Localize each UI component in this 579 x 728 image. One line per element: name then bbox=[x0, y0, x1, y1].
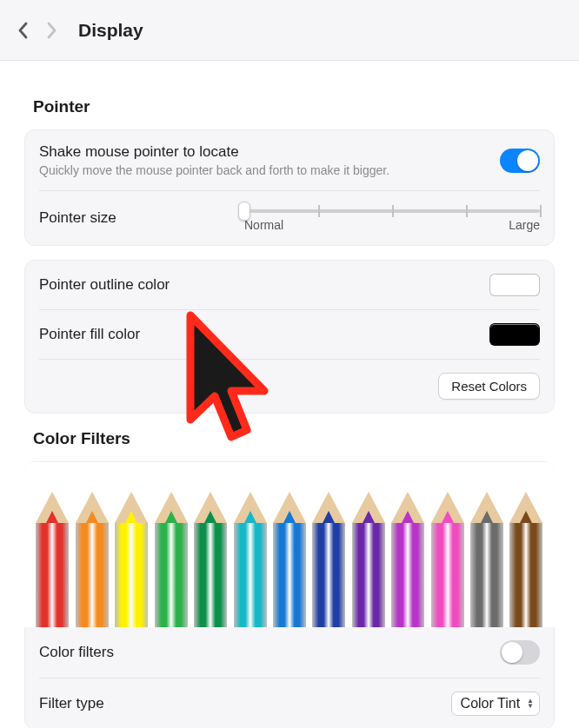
forward-button[interactable] bbox=[45, 22, 57, 39]
pencil-icon bbox=[234, 492, 267, 627]
chevron-up-down-icon: ▲▼ bbox=[527, 698, 534, 709]
filter-type-select[interactable]: Color Tint ▲▼ bbox=[451, 692, 540, 716]
pencil-icon bbox=[431, 492, 464, 627]
pencils-image bbox=[24, 462, 555, 627]
pencil-icon bbox=[76, 492, 109, 627]
pointer-size-slider[interactable]: Normal Large bbox=[244, 204, 540, 232]
pencil-icon bbox=[273, 492, 306, 627]
page-title: Display bbox=[78, 20, 143, 41]
shake-title: Shake mouse pointer to locate bbox=[39, 143, 389, 161]
color-filters-toggle[interactable] bbox=[500, 640, 540, 665]
pointer-group-1: Shake mouse pointer to locate Quickly mo… bbox=[24, 129, 555, 246]
color-filters-group: Color filters Filter type Color Tint ▲▼ bbox=[24, 461, 555, 728]
shake-subtitle: Quickly move the mouse pointer back and … bbox=[39, 163, 389, 177]
pointer-heading: Pointer bbox=[33, 97, 555, 116]
pencil-icon bbox=[155, 492, 188, 627]
color-filters-heading: Color Filters bbox=[33, 429, 555, 448]
filter-type-value: Color Tint bbox=[461, 696, 520, 711]
fill-color-label: Pointer fill color bbox=[39, 326, 140, 343]
pencil-icon bbox=[36, 492, 69, 627]
slider-max-label: Large bbox=[509, 218, 540, 232]
pencil-icon bbox=[509, 492, 542, 627]
pencil-icon bbox=[194, 492, 227, 627]
pencil-icon bbox=[352, 492, 385, 627]
back-button[interactable] bbox=[17, 22, 30, 39]
pointer-group-2: Pointer outline color Pointer fill color… bbox=[24, 260, 555, 414]
filter-type-label: Filter type bbox=[39, 695, 104, 712]
fill-color-well[interactable] bbox=[489, 323, 540, 346]
outline-color-label: Pointer outline color bbox=[39, 276, 170, 294]
slider-min-label: Normal bbox=[244, 218, 283, 232]
outline-color-well[interactable] bbox=[489, 274, 540, 296]
pointer-size-label: Pointer size bbox=[39, 209, 116, 227]
pencil-icon bbox=[115, 492, 148, 627]
titlebar: Display bbox=[0, 0, 579, 61]
color-filters-toggle-label: Color filters bbox=[39, 644, 114, 661]
pencil-icon bbox=[470, 492, 503, 627]
pencil-icon bbox=[312, 492, 345, 627]
reset-colors-button[interactable]: Reset Colors bbox=[438, 373, 540, 400]
pencil-icon bbox=[391, 492, 424, 627]
shake-toggle[interactable] bbox=[500, 149, 540, 173]
